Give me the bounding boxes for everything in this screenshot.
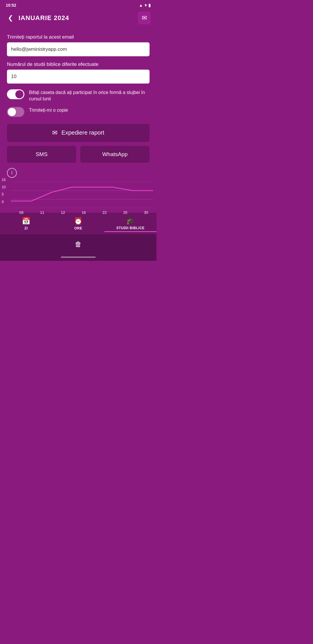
wifi-icon: ▾ bbox=[145, 3, 147, 8]
info-icon: i bbox=[11, 170, 12, 176]
email-input[interactable] bbox=[7, 42, 150, 56]
trash-icon: 🗑 bbox=[75, 240, 82, 248]
chart-y-labels: 15 10 5 0 bbox=[0, 178, 7, 204]
info-row: i bbox=[0, 163, 156, 178]
y-label-5: 5 bbox=[2, 192, 6, 196]
x-label-25: 25 bbox=[123, 210, 127, 215]
chart-line bbox=[11, 187, 153, 201]
status-time: 10:52 bbox=[6, 3, 16, 8]
nav-label-ore: ORE bbox=[74, 226, 82, 230]
y-label-10: 10 bbox=[2, 185, 6, 189]
signal-icon: ▲ bbox=[139, 3, 143, 8]
send-report-icon: ✉ bbox=[52, 129, 57, 137]
toggle-label-2: Trimiteți-mi o copie bbox=[29, 107, 150, 113]
biblical-studies-label: Numărul de studii biblice diferite efect… bbox=[7, 61, 150, 67]
bottom-nav: 📅 ZI ⏰ ORE 🎓 STUDII BIBLICE bbox=[0, 213, 156, 234]
home-bar bbox=[61, 256, 96, 258]
nav-icon-studii: 🎓 bbox=[126, 217, 135, 225]
chart-svg-wrap bbox=[11, 182, 156, 209]
header: ❮ IANUARIE 2024 ✉ bbox=[0, 9, 156, 29]
email-button[interactable]: ✉ bbox=[138, 12, 151, 24]
form-area: Trimiteți raportul la acest email Număru… bbox=[0, 29, 156, 163]
nav-label-studii: STUDII BIBLICE bbox=[116, 226, 145, 230]
nav-item-studii[interactable]: 🎓 STUDII BIBLICE bbox=[104, 216, 156, 232]
chart-x-labels: 08 11 12 16 22 25 30 bbox=[11, 209, 156, 215]
biblical-studies-input[interactable] bbox=[7, 70, 150, 84]
toggle-thumb-1 bbox=[15, 90, 23, 98]
chart-area: 15 10 5 0 08 11 12 16 22 25 30 bbox=[0, 178, 156, 213]
whatsapp-button[interactable]: WhatsApp bbox=[80, 146, 150, 163]
toggle-copy[interactable] bbox=[7, 107, 24, 117]
sms-label: SMS bbox=[36, 151, 48, 157]
email-label: Trimiteți raportul la acest email bbox=[7, 34, 150, 40]
back-icon: ❮ bbox=[8, 14, 13, 22]
toggle-row-2: Trimiteți-mi o copie bbox=[7, 107, 150, 117]
x-label-16: 16 bbox=[82, 210, 86, 215]
status-bar: 10:52 ▲ ▾ ▮ bbox=[0, 0, 156, 9]
nav-label-zi: ZI bbox=[24, 226, 28, 230]
nav-item-ore[interactable]: ⏰ ORE bbox=[52, 216, 104, 231]
trash-button[interactable]: 🗑 bbox=[72, 238, 85, 251]
info-button[interactable]: i bbox=[7, 168, 17, 178]
battery-icon: ▮ bbox=[148, 3, 151, 8]
toggle-row-1: Bifați caseta dacă ați participat în ori… bbox=[7, 89, 150, 102]
x-label-12: 12 bbox=[61, 210, 65, 215]
nav-icon-zi: 📅 bbox=[22, 217, 30, 225]
sms-button[interactable]: SMS bbox=[7, 146, 76, 163]
back-button[interactable]: ❮ bbox=[5, 12, 16, 24]
x-label-08: 08 bbox=[19, 210, 23, 215]
send-report-label: Expediere raport bbox=[61, 129, 104, 136]
y-label-15: 15 bbox=[2, 178, 6, 182]
bottom-bar: 🗑 bbox=[0, 234, 156, 254]
email-icon: ✉ bbox=[142, 14, 147, 22]
alternative-send-row: SMS WhatsApp bbox=[7, 146, 150, 163]
nav-item-zi[interactable]: 📅 ZI bbox=[0, 216, 52, 231]
x-label-30: 30 bbox=[144, 210, 148, 215]
toggle-thumb-2 bbox=[8, 108, 16, 116]
page-title: IANUARIE 2024 bbox=[16, 14, 138, 22]
home-indicator bbox=[0, 254, 156, 261]
whatsapp-label: WhatsApp bbox=[102, 151, 128, 157]
toggle-label-1: Bifați caseta dacă ați participat în ori… bbox=[29, 89, 150, 102]
chart-svg bbox=[11, 182, 153, 208]
y-label-0: 0 bbox=[2, 200, 6, 204]
status-icons: ▲ ▾ ▮ bbox=[139, 3, 151, 8]
toggle-participation[interactable] bbox=[7, 89, 24, 99]
x-label-11: 11 bbox=[40, 210, 44, 215]
send-report-button[interactable]: ✉ Expediere raport bbox=[7, 124, 150, 142]
x-label-22: 22 bbox=[102, 210, 106, 215]
nav-icon-ore: ⏰ bbox=[74, 217, 83, 225]
